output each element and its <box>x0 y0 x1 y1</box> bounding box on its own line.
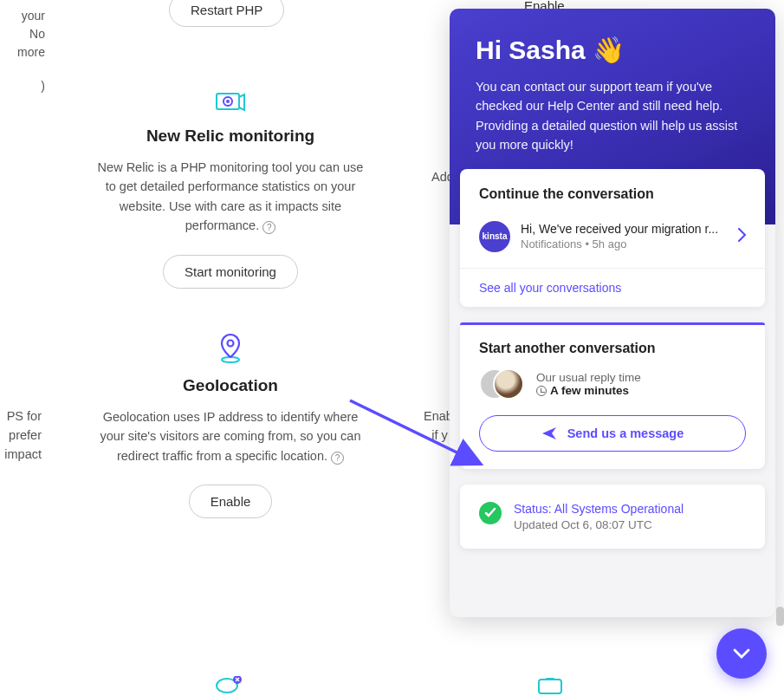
start-conversation-card: Start another conversation Our usual rep… <box>460 322 765 469</box>
card-accent <box>460 322 765 325</box>
info-icon[interactable]: ? <box>262 221 275 234</box>
monitoring-icon <box>92 90 369 114</box>
card-title: Geolocation <box>92 376 369 395</box>
info-icon[interactable]: ? <box>331 452 344 465</box>
send-icon <box>541 426 557 440</box>
status-text: Status: All Systems Operational <box>514 502 684 516</box>
reply-time-value: A few minutes <box>550 384 629 397</box>
agent-avatars <box>479 368 526 400</box>
conversation-preview: Hi, We've received your migration r... <box>521 222 728 236</box>
send-message-button[interactable]: Send us a message <box>479 415 746 452</box>
truncated-left-geo: PS for prefer impact <box>0 407 42 464</box>
status-ok-icon <box>479 502 502 524</box>
see-all-conversations-link[interactable]: See all your conversations <box>460 268 765 307</box>
scrollbar[interactable] <box>776 607 784 626</box>
chat-toggle-fab[interactable] <box>716 628 767 679</box>
partial-icon-left <box>215 676 246 696</box>
svg-rect-8 <box>546 678 554 680</box>
location-icon <box>92 333 369 364</box>
reply-time-row: Our usual reply time A few minutes <box>479 368 746 400</box>
chevron-down-icon <box>733 648 750 659</box>
card-title: New Relic monitoring <box>92 127 369 146</box>
conversation-row[interactable]: kinsta Hi, We've received your migration… <box>479 214 746 259</box>
continue-conversation-title: Continue the conversation <box>479 186 746 202</box>
avatar: kinsta <box>479 221 510 252</box>
svg-point-4 <box>228 341 234 347</box>
svg-rect-7 <box>539 680 561 693</box>
conversation-meta: Notifications • 5h ago <box>521 237 728 250</box>
chat-intro: You can contact our support team if you'… <box>476 77 749 155</box>
status-card[interactable]: Status: All Systems Operational Updated … <box>460 485 765 549</box>
chat-greeting: Hi Sasha 👋 <box>476 35 749 65</box>
card-description: Geolocation uses IP address to identify … <box>92 407 369 465</box>
status-updated: Updated Oct 6, 08:07 UTC <box>514 518 684 531</box>
start-conversation-title: Start another conversation <box>479 341 746 356</box>
geolocation-card: Geolocation Geolocation uses IP address … <box>75 315 386 518</box>
restart-php-button[interactable]: Restart PHP <box>169 0 284 27</box>
reply-time-label: Our usual reply time <box>536 371 641 384</box>
start-monitoring-button[interactable]: Start monitoring <box>163 255 298 289</box>
clock-icon <box>536 386 547 396</box>
truncated-left-card: your No more ) <box>0 0 45 95</box>
partial-icon-right <box>537 678 563 696</box>
card-description: New Relic is a PHP monitoring tool you c… <box>92 158 369 236</box>
svg-point-2 <box>226 100 230 103</box>
continue-conversation-card: Continue the conversation kinsta Hi, We'… <box>460 169 765 307</box>
support-chat-widget: Hi Sasha 👋 You can contact our support t… <box>450 9 775 617</box>
chevron-right-icon <box>738 226 746 246</box>
new-relic-card: New Relic monitoring New Relic is a PHP … <box>75 73 386 289</box>
enable-geolocation-button[interactable]: Enable <box>189 485 273 518</box>
